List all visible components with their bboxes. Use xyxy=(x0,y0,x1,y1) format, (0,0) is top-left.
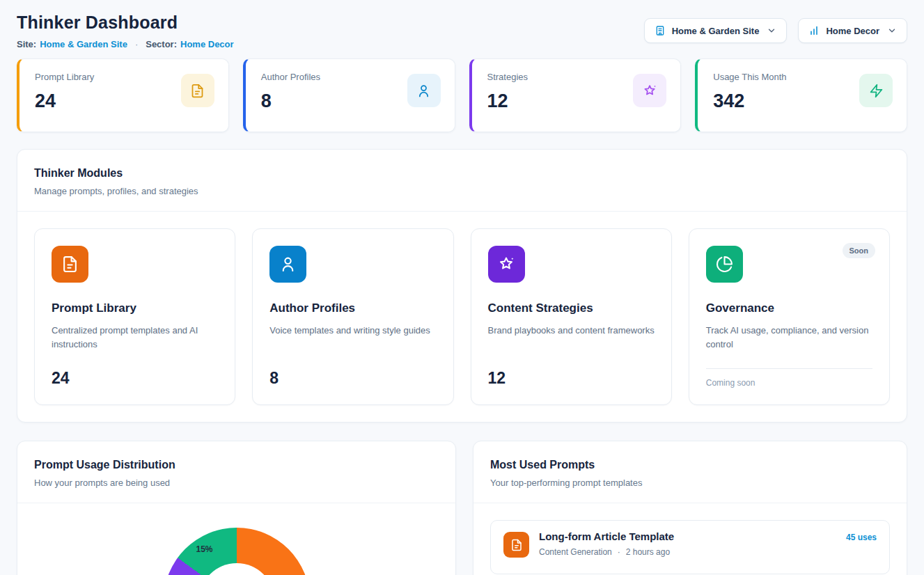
stat-text: Strategies 12 xyxy=(487,72,528,112)
sector-link[interactable]: Home Decor xyxy=(180,39,234,49)
module-card-prompt-library[interactable]: Prompt Library Centralized prompt templa… xyxy=(34,228,235,405)
module-description: Track AI usage, compliance, and version … xyxy=(706,324,872,352)
module-title: Prompt Library xyxy=(52,301,218,315)
prompts-panel-header: Most Used Prompts Your top-performing pr… xyxy=(473,441,907,503)
prompt-uses-badge: 45 uses xyxy=(846,533,877,542)
prompt-usage-panel: Prompt Usage Distribution How your promp… xyxy=(17,441,456,575)
chevron-down-icon xyxy=(767,26,776,36)
usage-title: Prompt Usage Distribution xyxy=(34,459,439,471)
stat-value: 342 xyxy=(713,90,786,112)
usage-subtitle: How your prompts are being used xyxy=(34,478,439,488)
building-icon xyxy=(655,25,666,36)
module-title: Governance xyxy=(706,301,872,315)
thinker-modules-panel: Thinker Modules Manage prompts, profiles… xyxy=(17,149,907,423)
prompt-time: 2 hours ago xyxy=(626,547,670,557)
site-selector-label: Home & Garden Site xyxy=(672,26,760,36)
stat-card-author-profiles: Author Profiles 8 xyxy=(243,58,455,132)
document-icon xyxy=(52,246,88,283)
modules-subtitle: Manage prompts, profiles, and strategies xyxy=(34,186,890,196)
document-icon xyxy=(503,532,529,558)
person-icon xyxy=(407,74,441,107)
prompt-item-body: Long-form Article Template 45 uses Conte… xyxy=(539,530,877,557)
page-title: Thinker Dashboard xyxy=(17,13,234,33)
coming-soon-footer: Coming soon xyxy=(706,368,872,388)
bottom-row: Prompt Usage Distribution How your promp… xyxy=(17,441,907,575)
donut-percent-label: 15% xyxy=(196,544,213,554)
prompt-list-item[interactable]: Long-form Article Template 45 uses Conte… xyxy=(490,520,890,574)
stats-row: Prompt Library 24 Author Profiles 8 Stra… xyxy=(17,58,907,132)
module-card-governance: Soon Governance Track AI usage, complian… xyxy=(689,228,890,405)
donut-chart-area: 15% xyxy=(17,503,455,575)
pie-chart-icon xyxy=(706,246,743,283)
stat-label: Usage This Month xyxy=(713,72,786,82)
stat-value: 12 xyxy=(487,90,528,112)
prompt-item-meta: Content Generation · 2 hours ago xyxy=(539,547,877,557)
soon-badge: Soon xyxy=(843,243,876,258)
prompt-item-row: Long-form Article Template 45 uses xyxy=(539,530,877,542)
separator-dot: · xyxy=(618,547,620,557)
prompt-category: Content Generation xyxy=(539,547,612,557)
sparkle-star-icon xyxy=(633,74,666,107)
prompts-subtitle: Your top-performing prompt templates xyxy=(490,478,890,488)
document-icon xyxy=(181,74,214,107)
module-description: Centralized prompt templates and AI inst… xyxy=(52,324,218,352)
person-icon xyxy=(269,246,306,283)
site-link[interactable]: Home & Garden Site xyxy=(40,39,127,49)
top-actions: Home & Garden Site Home Decor xyxy=(644,13,907,43)
stat-card-usage: Usage This Month 342 xyxy=(695,58,907,132)
sector-label: Sector: xyxy=(146,39,177,49)
module-description: Brand playbooks and content frameworks xyxy=(488,324,655,338)
bar-chart-icon xyxy=(808,25,820,36)
module-count: 8 xyxy=(269,369,436,388)
stat-label: Prompt Library xyxy=(35,72,94,82)
donut-chart xyxy=(164,528,310,575)
modules-grid: Prompt Library Centralized prompt templa… xyxy=(17,212,907,422)
sector-selector-dropdown[interactable]: Home Decor xyxy=(798,18,907,43)
stat-text: Prompt Library 24 xyxy=(35,72,94,112)
module-description: Voice templates and writing style guides xyxy=(269,324,436,338)
site-label: Site: xyxy=(17,39,36,49)
stat-value: 24 xyxy=(35,90,94,112)
modules-title: Thinker Modules xyxy=(34,167,890,180)
stat-text: Usage This Month 342 xyxy=(713,72,786,112)
chevron-down-icon xyxy=(887,26,897,36)
stat-label: Strategies xyxy=(487,72,528,82)
module-count: 24 xyxy=(52,369,218,388)
prompts-title: Most Used Prompts xyxy=(490,459,890,471)
stat-label: Author Profiles xyxy=(261,72,320,82)
module-count: 12 xyxy=(488,369,655,388)
stat-value: 8 xyxy=(261,90,320,112)
topbar: Thinker Dashboard Site: Home & Garden Si… xyxy=(17,13,907,49)
stat-card-prompt-library: Prompt Library 24 xyxy=(17,58,229,132)
separator-dot: · xyxy=(135,39,138,49)
module-card-author-profiles[interactable]: Author Profiles Voice templates and writ… xyxy=(252,228,453,405)
most-used-prompts-panel: Most Used Prompts Your top-performing pr… xyxy=(473,441,907,575)
module-title: Content Strategies xyxy=(488,301,655,315)
sparkle-star-icon xyxy=(488,246,525,283)
sector-selector-label: Home Decor xyxy=(826,26,879,36)
site-selector-dropdown[interactable]: Home & Garden Site xyxy=(644,18,788,43)
module-card-content-strategies[interactable]: Content Strategies Brand playbooks and c… xyxy=(471,228,672,405)
stat-text: Author Profiles 8 xyxy=(261,72,320,112)
dashboard-page: Thinker Dashboard Site: Home & Garden Si… xyxy=(0,0,924,575)
usage-panel-header: Prompt Usage Distribution How your promp… xyxy=(17,441,455,503)
breadcrumb: Site: Home & Garden Site · Sector: Home … xyxy=(17,39,234,49)
zap-icon xyxy=(859,74,893,107)
title-block: Thinker Dashboard Site: Home & Garden Si… xyxy=(17,13,234,49)
prompt-list: Long-form Article Template 45 uses Conte… xyxy=(473,503,907,575)
module-title: Author Profiles xyxy=(269,301,436,315)
modules-panel-header: Thinker Modules Manage prompts, profiles… xyxy=(17,150,907,212)
stat-card-strategies: Strategies 12 xyxy=(469,58,682,132)
prompt-item-title: Long-form Article Template xyxy=(539,530,674,542)
